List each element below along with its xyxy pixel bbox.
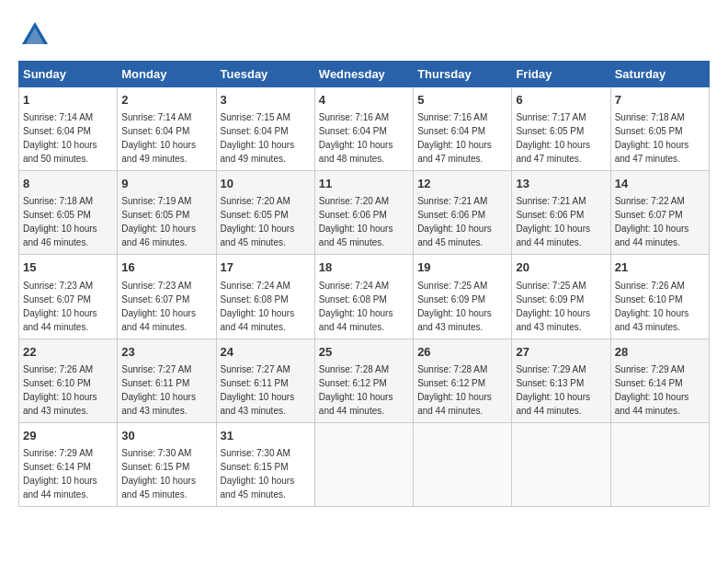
day-number: 27 xyxy=(516,344,606,361)
day-info: Sunrise: 7:20 AMSunset: 6:05 PMDaylight:… xyxy=(221,196,295,247)
day-number: 17 xyxy=(221,259,311,276)
day-number: 23 xyxy=(121,344,211,361)
calendar-cell: 3 Sunrise: 7:15 AMSunset: 6:04 PMDayligh… xyxy=(216,87,314,171)
day-info: Sunrise: 7:17 AMSunset: 6:05 PMDaylight:… xyxy=(516,112,590,164)
day-info: Sunrise: 7:18 AMSunset: 6:05 PMDaylight:… xyxy=(23,196,97,247)
calendar-cell: 10 Sunrise: 7:20 AMSunset: 6:05 PMDaylig… xyxy=(216,171,314,255)
day-number: 21 xyxy=(615,259,705,276)
day-number: 22 xyxy=(23,344,113,361)
calendar-week-row: 22 Sunrise: 7:26 AMSunset: 6:10 PMDaylig… xyxy=(19,339,710,422)
calendar-cell: 19 Sunrise: 7:25 AMSunset: 6:09 PMDaylig… xyxy=(414,255,512,339)
calendar-cell: 4 Sunrise: 7:16 AMSunset: 6:04 PMDayligh… xyxy=(314,87,413,171)
day-number: 13 xyxy=(516,176,606,192)
day-number: 28 xyxy=(615,344,705,361)
day-number: 7 xyxy=(615,92,705,109)
day-info: Sunrise: 7:16 AMSunset: 6:04 PMDaylight:… xyxy=(319,112,393,164)
weekday-header: Wednesday xyxy=(314,62,413,87)
calendar-cell: 23 Sunrise: 7:27 AMSunset: 6:11 PMDaylig… xyxy=(118,339,216,422)
day-info: Sunrise: 7:22 AMSunset: 6:07 PMDaylight:… xyxy=(615,196,689,247)
day-number: 9 xyxy=(121,176,211,192)
calendar-cell: 1 Sunrise: 7:14 AMSunset: 6:04 PMDayligh… xyxy=(19,87,118,171)
day-info: Sunrise: 7:30 AMSunset: 6:15 PMDaylight:… xyxy=(121,448,196,500)
calendar-cell: 14 Sunrise: 7:22 AMSunset: 6:07 PMDaylig… xyxy=(610,171,709,255)
calendar-cell: 25 Sunrise: 7:28 AMSunset: 6:12 PMDaylig… xyxy=(314,339,413,422)
day-info: Sunrise: 7:21 AMSunset: 6:06 PMDaylight:… xyxy=(417,196,492,247)
calendar-week-row: 1 Sunrise: 7:14 AMSunset: 6:04 PMDayligh… xyxy=(19,87,710,171)
calendar-cell: 9 Sunrise: 7:19 AMSunset: 6:05 PMDayligh… xyxy=(118,171,216,255)
day-number: 19 xyxy=(417,259,507,276)
day-info: Sunrise: 7:16 AMSunset: 6:04 PMDaylight:… xyxy=(417,112,492,164)
day-number: 8 xyxy=(23,176,113,192)
day-number: 12 xyxy=(417,176,507,192)
day-number: 3 xyxy=(221,92,311,109)
calendar-cell: 5 Sunrise: 7:16 AMSunset: 6:04 PMDayligh… xyxy=(414,87,512,171)
calendar-cell xyxy=(512,422,610,506)
calendar-cell xyxy=(610,422,709,506)
day-number: 31 xyxy=(221,428,311,444)
calendar-cell: 20 Sunrise: 7:25 AMSunset: 6:09 PMDaylig… xyxy=(512,255,610,339)
day-number: 14 xyxy=(615,176,705,192)
day-info: Sunrise: 7:28 AMSunset: 6:12 PMDaylight:… xyxy=(319,364,393,416)
day-info: Sunrise: 7:21 AMSunset: 6:06 PMDaylight:… xyxy=(516,196,590,247)
calendar-cell xyxy=(314,422,413,506)
calendar-week-row: 15 Sunrise: 7:23 AMSunset: 6:07 PMDaylig… xyxy=(19,255,710,339)
calendar-week-row: 8 Sunrise: 7:18 AMSunset: 6:05 PMDayligh… xyxy=(19,171,710,255)
calendar-cell: 24 Sunrise: 7:27 AMSunset: 6:11 PMDaylig… xyxy=(216,339,314,422)
day-info: Sunrise: 7:24 AMSunset: 6:08 PMDaylight:… xyxy=(319,281,393,332)
day-number: 30 xyxy=(121,428,211,444)
day-number: 16 xyxy=(121,259,211,276)
calendar-cell: 7 Sunrise: 7:18 AMSunset: 6:05 PMDayligh… xyxy=(610,87,709,171)
day-number: 10 xyxy=(221,176,311,192)
calendar-cell: 31 Sunrise: 7:30 AMSunset: 6:15 PMDaylig… xyxy=(216,422,314,506)
day-number: 5 xyxy=(417,92,507,109)
weekday-header: Thursday xyxy=(414,62,512,87)
day-number: 26 xyxy=(417,344,507,361)
weekday-header: Monday xyxy=(118,62,216,87)
day-info: Sunrise: 7:28 AMSunset: 6:12 PMDaylight:… xyxy=(417,364,492,416)
calendar-cell: 27 Sunrise: 7:29 AMSunset: 6:13 PMDaylig… xyxy=(512,339,610,422)
day-info: Sunrise: 7:25 AMSunset: 6:09 PMDaylight:… xyxy=(417,281,492,332)
day-number: 4 xyxy=(319,92,409,109)
day-number: 20 xyxy=(516,259,606,276)
calendar-cell: 18 Sunrise: 7:24 AMSunset: 6:08 PMDaylig… xyxy=(314,255,413,339)
day-info: Sunrise: 7:25 AMSunset: 6:09 PMDaylight:… xyxy=(516,281,590,332)
calendar-cell: 16 Sunrise: 7:23 AMSunset: 6:07 PMDaylig… xyxy=(118,255,216,339)
weekday-header: Friday xyxy=(512,62,610,87)
day-info: Sunrise: 7:26 AMSunset: 6:10 PMDaylight:… xyxy=(23,364,97,416)
calendar-cell: 17 Sunrise: 7:24 AMSunset: 6:08 PMDaylig… xyxy=(216,255,314,339)
day-info: Sunrise: 7:29 AMSunset: 6:14 PMDaylight:… xyxy=(23,448,97,500)
day-number: 15 xyxy=(23,259,113,276)
day-info: Sunrise: 7:27 AMSunset: 6:11 PMDaylight:… xyxy=(121,364,196,416)
weekday-header: Sunday xyxy=(19,62,118,87)
calendar-cell: 21 Sunrise: 7:26 AMSunset: 6:10 PMDaylig… xyxy=(610,255,709,339)
day-number: 25 xyxy=(319,344,409,361)
day-number: 2 xyxy=(121,92,211,109)
day-number: 1 xyxy=(23,92,113,109)
calendar-cell: 26 Sunrise: 7:28 AMSunset: 6:12 PMDaylig… xyxy=(414,339,512,422)
day-info: Sunrise: 7:29 AMSunset: 6:13 PMDaylight:… xyxy=(516,364,590,416)
logo-icon xyxy=(18,18,51,52)
day-info: Sunrise: 7:20 AMSunset: 6:06 PMDaylight:… xyxy=(319,196,393,247)
day-info: Sunrise: 7:23 AMSunset: 6:07 PMDaylight:… xyxy=(23,281,97,332)
calendar-cell: 15 Sunrise: 7:23 AMSunset: 6:07 PMDaylig… xyxy=(19,255,118,339)
logo xyxy=(18,18,55,52)
day-info: Sunrise: 7:30 AMSunset: 6:15 PMDaylight:… xyxy=(221,448,295,500)
day-info: Sunrise: 7:29 AMSunset: 6:14 PMDaylight:… xyxy=(615,364,689,416)
calendar-cell: 11 Sunrise: 7:20 AMSunset: 6:06 PMDaylig… xyxy=(314,171,413,255)
weekday-header: Saturday xyxy=(610,62,709,87)
calendar-cell: 29 Sunrise: 7:29 AMSunset: 6:14 PMDaylig… xyxy=(19,422,118,506)
day-info: Sunrise: 7:24 AMSunset: 6:08 PMDaylight:… xyxy=(221,281,295,332)
calendar-cell: 12 Sunrise: 7:21 AMSunset: 6:06 PMDaylig… xyxy=(414,171,512,255)
day-info: Sunrise: 7:19 AMSunset: 6:05 PMDaylight:… xyxy=(121,196,196,247)
day-number: 18 xyxy=(319,259,409,276)
day-info: Sunrise: 7:18 AMSunset: 6:05 PMDaylight:… xyxy=(615,112,689,164)
calendar-cell: 8 Sunrise: 7:18 AMSunset: 6:05 PMDayligh… xyxy=(19,171,118,255)
day-info: Sunrise: 7:23 AMSunset: 6:07 PMDaylight:… xyxy=(121,281,196,332)
calendar-cell: 13 Sunrise: 7:21 AMSunset: 6:06 PMDaylig… xyxy=(512,171,610,255)
calendar-cell xyxy=(414,422,512,506)
day-number: 6 xyxy=(516,92,606,109)
header xyxy=(18,18,710,52)
day-number: 29 xyxy=(23,428,113,444)
day-info: Sunrise: 7:27 AMSunset: 6:11 PMDaylight:… xyxy=(221,364,295,416)
calendar-cell: 2 Sunrise: 7:14 AMSunset: 6:04 PMDayligh… xyxy=(118,87,216,171)
